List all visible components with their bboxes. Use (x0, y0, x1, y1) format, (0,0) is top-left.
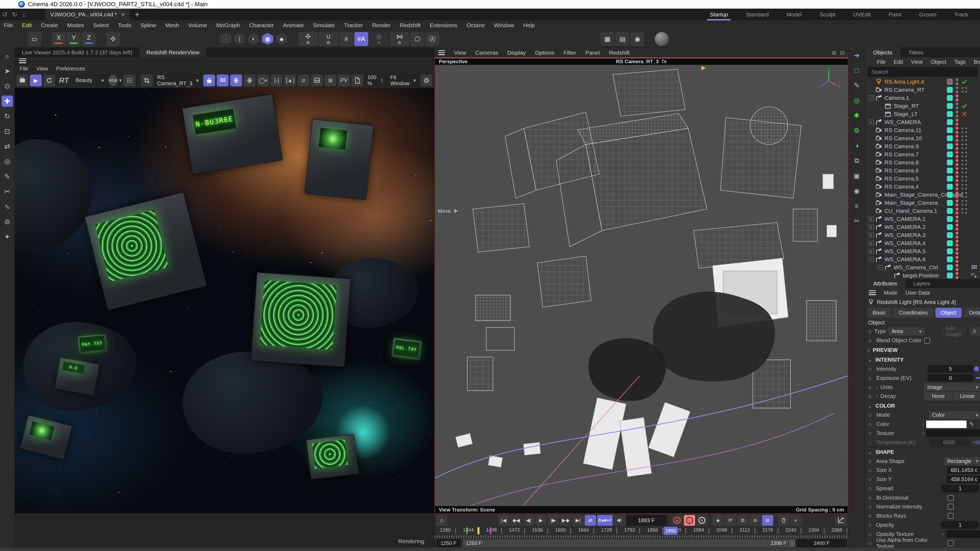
menu-simulate[interactable]: Simulate (313, 22, 335, 29)
layer-color-swatch[interactable] (947, 111, 953, 117)
viewport-menu-options[interactable]: Options (535, 49, 554, 56)
knife-icon[interactable]: ✂ (851, 216, 862, 226)
menu-mesh[interactable]: Mesh (165, 22, 179, 29)
autokey-button[interactable]: ‖ (684, 515, 695, 526)
area-shape-dropdown[interactable]: Rectangle (944, 457, 980, 465)
viewport-menu-filter[interactable]: Filter (564, 49, 576, 56)
region-circle-icon[interactable]: ◯ (257, 75, 269, 86)
fcurve-editor-button[interactable] (835, 515, 847, 526)
display-pencil-swatch[interactable]: ✎ (947, 79, 953, 85)
object-row-main-stage-camera-cropped[interactable]: Main_Stage_Camera_Cropped (865, 191, 980, 199)
menu-octane[interactable]: Octane (466, 22, 485, 29)
decay-option-linear[interactable]: Linear (953, 392, 980, 400)
visibility-dots[interactable] (956, 135, 958, 142)
target-tool[interactable]: ◎ (2, 156, 13, 167)
send-to-pv-icon[interactable]: PV (338, 75, 350, 86)
axis-gizmo[interactable]: Y X Z (816, 68, 841, 92)
layer-color-swatch[interactable] (947, 264, 953, 270)
rgb-channel-button[interactable]: RGB (109, 75, 118, 86)
visibility-dots[interactable] (956, 216, 958, 222)
color-swatch[interactable] (926, 421, 967, 428)
keyframe-selection-button[interactable]: ◇ (436, 515, 447, 526)
layer-color-swatch[interactable] (947, 95, 953, 101)
object-row-stage-lt[interactable]: Stage_LT (865, 110, 980, 118)
menu-render[interactable]: Render (372, 22, 391, 29)
layer-color-swatch[interactable] (947, 127, 953, 133)
object-row-rs-camera-7[interactable]: RS Camera.7 (865, 151, 980, 159)
object-row-rs-camera-4[interactable]: RS Camera.4 (865, 183, 980, 191)
collapse-icon[interactable]: − (878, 265, 883, 270)
viewport-maximize-icon[interactable]: ⊞ (832, 49, 836, 56)
mouse-record-button[interactable] (778, 515, 789, 526)
find-tool[interactable]: ⌕ (2, 50, 13, 62)
axis-lock-x[interactable]: X (52, 32, 66, 46)
scale-tool[interactable]: ⊡ (2, 125, 13, 137)
object-row-ws-camera-5[interactable]: +WS_CAMERA.5 (865, 247, 980, 255)
knife-tool[interactable]: ✂ (2, 186, 13, 197)
visibility-dots[interactable] (956, 119, 958, 125)
spread-field[interactable]: 1 (941, 485, 979, 492)
om-menu-view[interactable]: View (911, 59, 923, 65)
visibility-dots[interactable] (956, 159, 958, 166)
visibility-dots[interactable] (956, 143, 958, 150)
coordinate-system-button[interactable]: ▭ (27, 32, 41, 46)
viewport-menu-hamburger-icon[interactable] (438, 50, 445, 55)
viewport-menu-panel[interactable]: Panel (585, 49, 600, 56)
intensity-section-header[interactable]: ⌄INTENSITY (865, 355, 980, 365)
opacity-field[interactable]: 1 (941, 521, 979, 529)
render-pass-dropdown[interactable]: Beauty (73, 75, 107, 86)
visibility-dots[interactable] (956, 167, 958, 174)
collapse-icon[interactable]: − (869, 95, 873, 100)
layout-tab-sculpt[interactable]: Sculpt (818, 10, 836, 19)
om-menu-file[interactable]: File (877, 59, 886, 65)
component-mode-3[interactable]: ▦ (261, 33, 274, 45)
menu-select[interactable]: Select (93, 22, 109, 29)
expand-icon[interactable] (961, 87, 967, 93)
camera-ball-icon[interactable]: ◉ (851, 185, 862, 196)
normalize-checkbox[interactable] (948, 503, 954, 510)
current-frame-field[interactable]: 1893 F (626, 515, 667, 526)
component-mode-1[interactable]: | (234, 33, 246, 45)
expand-icon[interactable]: + (869, 225, 873, 230)
color-mode-dropdown[interactable]: Color (929, 411, 980, 419)
playhead[interactable]: 1893 (663, 527, 678, 535)
previous-key-button[interactable]: ◆◀ (511, 515, 522, 526)
expand-icon[interactable] (961, 159, 967, 166)
layer-color-swatch[interactable] (947, 87, 953, 93)
attr-menu-user-data[interactable]: User Data (905, 290, 930, 296)
menu-window[interactable]: Window (494, 22, 514, 29)
axis-lock-y[interactable]: Y (67, 32, 81, 46)
sphere-icon[interactable]: ◑ (851, 140, 862, 151)
key-scale-button[interactable]: ⧉ (737, 515, 748, 526)
axis-settings-button[interactable]: ✣⚙ (298, 32, 318, 46)
menu-character[interactable]: Character (249, 22, 274, 29)
object-row-target-position[interactable]: target Position (865, 272, 980, 279)
menu-mograph[interactable]: MoGraph (216, 22, 240, 29)
next-frame-button[interactable]: |▶ (547, 515, 559, 526)
visibility-dots[interactable] (956, 240, 958, 247)
visibility-dots[interactable] (956, 111, 958, 118)
preview-section-header[interactable]: ›PREVIEW (865, 345, 980, 355)
visibility-dots[interactable] (956, 175, 958, 182)
sound-button[interactable] (614, 515, 625, 526)
blocks-rays-checkbox[interactable] (948, 513, 954, 519)
layer-color-swatch[interactable] (947, 103, 953, 109)
object-row-ws-camera-2[interactable]: +WS_CAMERA.2 (865, 223, 980, 231)
component-mode-0[interactable]: · (220, 33, 232, 45)
select-tool[interactable]: ➤ (2, 65, 13, 77)
visibility-dots[interactable] (956, 183, 958, 190)
attr-menu-mode[interactable]: Mode (884, 290, 897, 296)
layer-color-swatch[interactable] (947, 208, 953, 214)
snap-settings-button[interactable]: ∪⚙ (319, 32, 338, 46)
key-position-button[interactable]: ◈ (713, 515, 724, 526)
falloff-button[interactable]: ◎⚙ (369, 32, 389, 46)
visibility-dots[interactable] (956, 248, 958, 255)
spline-tool[interactable]: ∿ (2, 201, 13, 212)
viewport-menu-redshift[interactable]: Redshift (609, 49, 630, 56)
component-mode-2[interactable]: ◐ (247, 33, 260, 45)
layer-color-swatch[interactable] (947, 143, 953, 149)
next-key-button[interactable]: ▶◆ (560, 515, 571, 526)
layer-color-swatch[interactable] (947, 224, 953, 230)
edit-graph-button[interactable]: Edit Graph (941, 327, 966, 336)
expand-icon[interactable] (961, 135, 967, 141)
